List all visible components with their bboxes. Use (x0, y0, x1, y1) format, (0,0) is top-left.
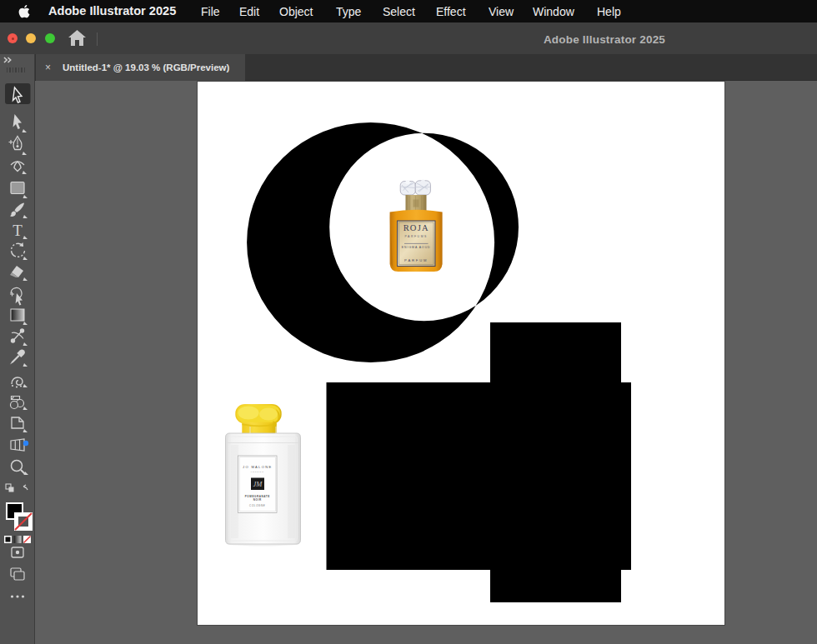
svg-text:ENIGMA AOUD: ENIGMA AOUD (402, 246, 431, 249)
svg-text:JO MALONE: JO MALONE (243, 465, 272, 469)
svg-text:PARFUMS: PARFUMS (404, 235, 428, 238)
svg-text:ROJA: ROJA (403, 223, 429, 232)
svg-text:JM: JM (253, 480, 263, 488)
svg-text:PARFUM: PARFUM (404, 258, 428, 262)
svg-text:NOIR: NOIR (253, 498, 262, 502)
svg-text:COLOGNE: COLOGNE (249, 504, 265, 507)
svg-text:LONDON: LONDON (251, 471, 264, 473)
svg-text:T: T (13, 222, 23, 239)
